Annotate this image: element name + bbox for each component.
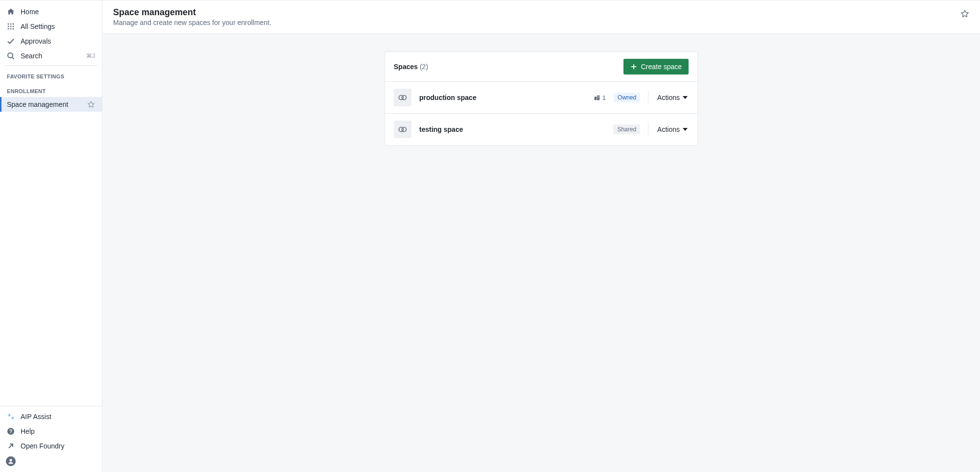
- user-avatar-icon: [6, 456, 16, 466]
- card-count: (2): [420, 63, 428, 71]
- svg-point-1: [10, 24, 12, 25]
- space-name: testing space: [419, 125, 605, 133]
- svg-rect-19: [598, 98, 598, 98]
- nav-help[interactable]: ? Help: [0, 424, 102, 439]
- svg-point-8: [13, 28, 14, 30]
- caret-down-icon: [683, 128, 688, 131]
- nav-shortcut: ⌘J: [86, 52, 95, 59]
- space-name: production space: [419, 94, 586, 101]
- nav-label: Space management: [7, 100, 81, 108]
- space-icon: [394, 89, 411, 106]
- divider: [648, 91, 648, 104]
- org-count: 1: [594, 94, 606, 101]
- svg-rect-16: [597, 96, 599, 100]
- actions-button[interactable]: Actions: [656, 124, 689, 135]
- card-title: Spaces: [394, 63, 418, 71]
- nav-search[interactable]: Search ⌘J: [0, 49, 102, 63]
- svg-rect-20: [598, 98, 599, 98]
- favorite-star-button[interactable]: [960, 9, 969, 18]
- space-icon: [394, 121, 411, 138]
- caret-down-icon: [683, 96, 688, 99]
- svg-point-3: [8, 26, 9, 27]
- card-header: Spaces (2) Create space: [385, 52, 697, 81]
- main: Space management Manage and create new s…: [102, 0, 980, 472]
- svg-point-14: [402, 96, 406, 100]
- actions-label: Actions: [657, 94, 680, 101]
- svg-point-2: [13, 24, 14, 25]
- svg-point-7: [10, 28, 12, 30]
- user-avatar-row[interactable]: [0, 453, 102, 469]
- divider: [648, 123, 648, 136]
- section-enrollment: ENROLLMENT: [0, 82, 102, 97]
- check-icon: [7, 37, 15, 45]
- nav-label: AIP Assist: [21, 413, 95, 421]
- nav-label: Open Foundry: [21, 442, 95, 450]
- search-icon: [7, 52, 15, 60]
- svg-point-12: [9, 459, 12, 461]
- nav-aip-assist[interactable]: AIP Assist: [0, 409, 102, 424]
- home-icon: [7, 8, 15, 16]
- divider: [4, 65, 98, 66]
- spaces-card: Spaces (2) Create space production spa: [384, 51, 698, 146]
- grid-icon: [7, 23, 15, 30]
- page-title: Space management: [113, 7, 955, 18]
- nav-all-settings[interactable]: All Settings: [0, 19, 102, 34]
- page-subtitle: Manage and create new spaces for your en…: [113, 19, 955, 26]
- svg-point-4: [10, 26, 12, 27]
- sidebar: Home All Settings Approvals Search ⌘J: [0, 0, 102, 472]
- svg-point-0: [8, 24, 9, 25]
- nav-label: Search: [21, 52, 80, 60]
- space-row[interactable]: testing space Shared Actions: [385, 113, 697, 145]
- svg-rect-18: [598, 96, 599, 97]
- status-badge: Shared: [613, 124, 640, 134]
- status-badge: Owned: [614, 93, 640, 102]
- svg-point-9: [8, 53, 13, 58]
- svg-text:?: ?: [9, 429, 12, 434]
- sidebar-item-space-management[interactable]: Space management: [0, 97, 102, 112]
- nav-label: All Settings: [21, 23, 95, 30]
- org-icon: [594, 94, 600, 101]
- svg-point-5: [13, 26, 14, 27]
- plus-icon: [630, 63, 637, 70]
- actions-label: Actions: [657, 125, 680, 133]
- content: Spaces (2) Create space production spa: [102, 34, 980, 472]
- svg-rect-15: [595, 97, 597, 100]
- star-icon[interactable]: [87, 100, 95, 108]
- svg-point-6: [8, 28, 9, 30]
- nav-open-foundry[interactable]: Open Foundry: [0, 439, 102, 453]
- external-link-icon: [7, 442, 15, 450]
- svg-rect-17: [598, 96, 598, 97]
- create-space-button[interactable]: Create space: [623, 59, 689, 75]
- section-favorite-settings: FAVORITE SETTINGS: [0, 68, 102, 82]
- sparkle-icon: [7, 413, 15, 421]
- org-count-value: 1: [602, 94, 606, 101]
- button-label: Create space: [641, 63, 682, 71]
- actions-button[interactable]: Actions: [656, 92, 689, 103]
- svg-point-22: [402, 127, 406, 132]
- nav-approvals[interactable]: Approvals: [0, 34, 102, 49]
- nav-label: Home: [21, 8, 95, 16]
- nav-label: Approvals: [21, 37, 95, 45]
- space-row[interactable]: production space 1 Owned Actions: [385, 81, 697, 113]
- help-icon: ?: [7, 427, 15, 435]
- header: Space management Manage and create new s…: [102, 0, 980, 34]
- nav-home[interactable]: Home: [0, 4, 102, 19]
- nav-label: Help: [21, 427, 95, 435]
